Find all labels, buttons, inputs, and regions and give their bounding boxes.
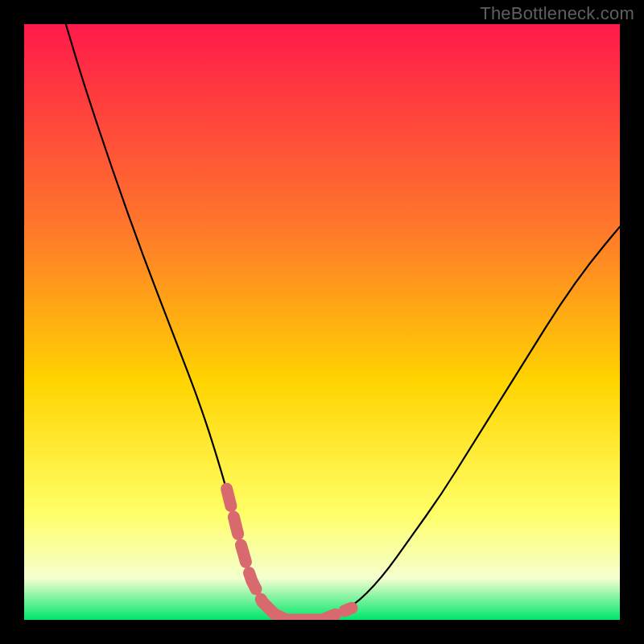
plot-area (24, 24, 620, 620)
chart-frame: TheBottleneck.com (0, 0, 644, 644)
watermark-text: TheBottleneck.com (480, 3, 634, 24)
gradient-background (24, 24, 620, 620)
chart-svg (24, 24, 620, 620)
